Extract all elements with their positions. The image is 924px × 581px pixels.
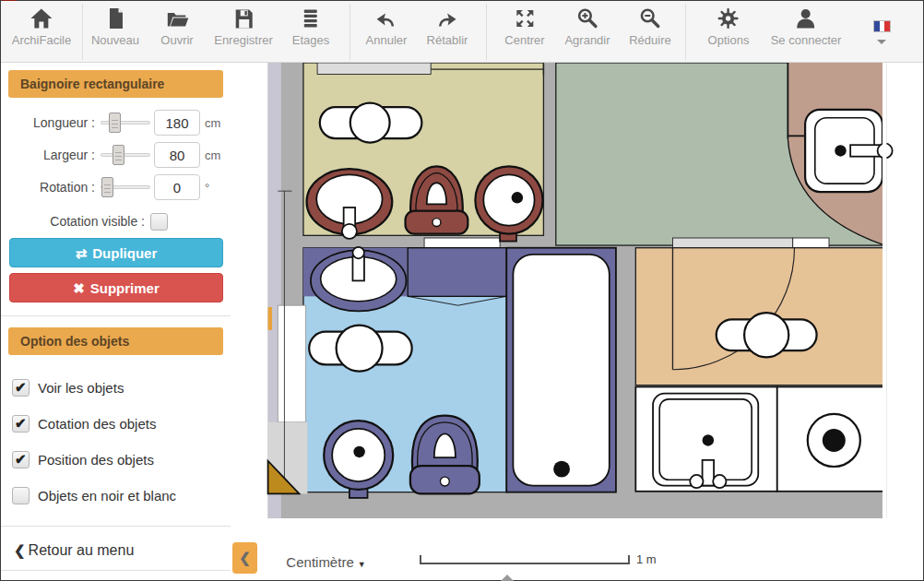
undo-button[interactable]: Annuler — [366, 6, 408, 47]
radiator-object[interactable] — [309, 326, 412, 372]
tool-label: Agrandir — [564, 33, 610, 47]
rotation-label: Rotation : — [1, 180, 95, 195]
rotation-input[interactable] — [154, 174, 200, 200]
faucet — [352, 256, 363, 281]
object-panel-title: Baignoire rectangulaire — [8, 70, 223, 98]
vanity-counter-right[interactable] — [408, 248, 506, 297]
dimension-visible-row: Cotation visible : — [1, 208, 231, 234]
bathtub-object-selected[interactable] — [506, 248, 616, 492]
object-position-checkbox[interactable] — [12, 451, 30, 468]
floors-layers-icon — [299, 6, 323, 30]
door-opening[interactable] — [424, 238, 500, 248]
zoom-out-button[interactable]: Réduire — [629, 6, 671, 47]
dimension-visible-checkbox[interactable] — [150, 213, 168, 231]
center-expand-icon — [513, 6, 537, 30]
dimension-visible-label: Cotation visible : — [1, 214, 145, 229]
shower-tray-object[interactable] — [653, 394, 758, 489]
width-slider[interactable] — [101, 145, 150, 165]
hidden-object-sliver — [268, 307, 272, 330]
object-position-label: Position des objets — [38, 452, 154, 468]
plan-canvas[interactable]: ❮ Centimètre▼ 1 m — [231, 63, 924, 581]
delete-icon: ✖ — [73, 280, 85, 296]
window-top[interactable] — [317, 63, 431, 74]
rotation-field-row: Rotation : ° — [1, 174, 231, 200]
tool-label: Rétablir — [427, 33, 468, 47]
duplicate-button[interactable]: ⇄Dupliquer — [9, 238, 223, 267]
sink-top-right[interactable] — [805, 110, 893, 192]
slider-thumb[interactable] — [109, 113, 121, 133]
radiator-object[interactable] — [717, 313, 817, 357]
zoom-in-icon — [575, 6, 599, 30]
length-input[interactable] — [154, 110, 200, 136]
gear-icon — [717, 6, 740, 30]
back-to-menu-link[interactable]: ❮Retour au menu — [14, 542, 134, 559]
tool-label: Centrer — [504, 33, 544, 47]
user-icon — [794, 6, 818, 30]
duplicate-label: Dupliquer — [92, 245, 157, 261]
language-flag-fr[interactable] — [873, 20, 891, 32]
open-button[interactable]: Ouvrir — [160, 6, 193, 47]
back-label: Retour au menu — [29, 542, 135, 558]
window-left[interactable] — [278, 305, 305, 422]
new-file-icon — [103, 6, 127, 30]
tool-label: Annuler — [366, 33, 408, 47]
floor-plan-drawing — [231, 63, 924, 581]
sidebar-collapse-tab[interactable]: ❮ — [232, 542, 257, 574]
zoom-in-button[interactable]: Agrandir — [564, 6, 610, 47]
door-opening[interactable] — [672, 238, 792, 248]
option-row: Cotation des objets — [12, 415, 156, 433]
object-dimensions-label: Cotation des objets — [38, 416, 156, 432]
center-button[interactable]: Centrer — [504, 6, 544, 47]
toolbar-separator — [685, 4, 686, 60]
slider-track — [101, 153, 150, 157]
tool-label: Réduire — [629, 33, 671, 47]
redo-button[interactable]: Rétablir — [427, 6, 468, 47]
show-objects-label: Voir les objets — [38, 380, 124, 396]
faucet — [703, 460, 714, 486]
right-edge-strip — [883, 63, 886, 518]
back-chevron-icon: ❮ — [14, 542, 26, 558]
flag-red-stripe — [884, 21, 890, 31]
black-white-objects-label: Objets en noir et blanc — [38, 488, 176, 504]
drain — [553, 461, 570, 478]
delete-button[interactable]: ✖Supprimer — [9, 273, 223, 302]
rotation-slider[interactable] — [101, 177, 150, 197]
door-opening[interactable] — [793, 238, 829, 248]
toilet-object[interactable] — [410, 416, 480, 494]
save-button[interactable]: Enregistrer — [214, 6, 273, 47]
language-dropdown-caret[interactable] — [877, 40, 886, 44]
slider-thumb[interactable] — [113, 145, 124, 165]
open-folder-icon — [164, 6, 190, 30]
option-row: Objets en noir et blanc — [12, 487, 176, 504]
slider-thumb[interactable] — [101, 177, 113, 197]
show-objects-checkbox[interactable] — [12, 379, 30, 397]
length-field-row: Longueur : cm — [1, 110, 231, 136]
unit-selector[interactable]: Centimètre▼ — [281, 551, 371, 573]
black-white-objects-checkbox[interactable] — [12, 487, 30, 504]
drain — [512, 192, 523, 203]
width-field-row: Largeur : cm — [1, 142, 231, 168]
options-button[interactable]: Options — [708, 6, 750, 47]
length-unit: cm — [205, 116, 220, 130]
options-panel-title: Option des objets — [8, 327, 223, 355]
object-dimensions-checkbox[interactable] — [12, 415, 30, 433]
login-button[interactable]: Se connecter — [771, 6, 842, 47]
shower-drain-object[interactable] — [808, 414, 860, 467]
archifacile-home-button[interactable]: ArchiFacile — [12, 6, 71, 47]
new-button[interactable]: Nouveau — [91, 6, 139, 47]
drain — [703, 434, 714, 445]
zoom-out-icon — [638, 6, 662, 30]
floors-button[interactable]: Etages — [292, 6, 329, 47]
toolbar-separator — [486, 4, 487, 60]
tool-label: Etages — [292, 33, 329, 47]
duplicate-icon: ⇄ — [76, 245, 88, 261]
toolbar-separator — [82, 4, 83, 60]
resize-gripper-icon[interactable] — [501, 575, 514, 581]
tool-label: Nouveau — [91, 33, 139, 47]
length-label: Longueur : — [1, 115, 95, 130]
radiator-object[interactable] — [320, 103, 422, 143]
width-label: Largeur : — [1, 148, 95, 162]
delete-label: Supprimer — [90, 280, 160, 296]
length-slider[interactable] — [101, 113, 150, 133]
width-input[interactable] — [154, 142, 200, 168]
